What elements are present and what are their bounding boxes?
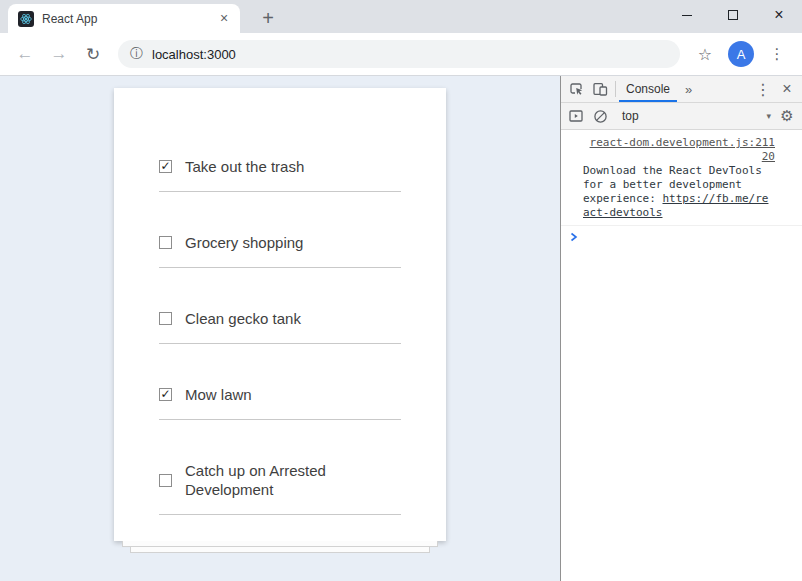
todo-item: Take out the trash bbox=[159, 116, 401, 192]
todo-label: Clean gecko tank bbox=[185, 309, 301, 328]
devtools-panel: Console » ⋮ × top ▾ bbox=[560, 76, 802, 581]
minimize-icon bbox=[682, 15, 692, 16]
react-favicon-icon bbox=[18, 11, 34, 27]
todo-item: Mow lawn bbox=[159, 344, 401, 420]
todo-checkbox[interactable] bbox=[159, 312, 172, 325]
console-message-text: Download the React DevTools for a better… bbox=[583, 164, 775, 220]
todo-label: Catch up on Arrested Development bbox=[185, 461, 401, 499]
close-window-button[interactable]: × bbox=[756, 0, 802, 30]
console-message: react-dom.development.js:211 20 Download… bbox=[561, 130, 802, 226]
address-bar[interactable]: ⓘ localhost:3000 bbox=[118, 40, 680, 68]
console-source-link[interactable]: react-dom.development.js:211 20 bbox=[583, 136, 775, 164]
prompt-chevron-icon bbox=[570, 232, 578, 242]
titlebar: React App × + × bbox=[0, 0, 802, 33]
browser-tab[interactable]: React App × bbox=[8, 4, 240, 33]
console-prompt[interactable] bbox=[561, 226, 802, 242]
console-sidebar-icon[interactable] bbox=[564, 103, 588, 129]
todo-label: Mow lawn bbox=[185, 385, 252, 404]
url-text: localhost:3000 bbox=[152, 47, 236, 62]
window-controls: × bbox=[664, 0, 802, 30]
new-tab-button[interactable]: + bbox=[254, 4, 282, 32]
page-info-icon[interactable]: ⓘ bbox=[130, 45, 143, 63]
close-icon: × bbox=[774, 7, 783, 23]
todo-checkbox[interactable] bbox=[159, 388, 172, 401]
todo-checkbox[interactable] bbox=[159, 474, 172, 487]
page-content: Take out the trash Grocery shopping Clea… bbox=[0, 76, 560, 581]
todo-item: Catch up on Arrested Development bbox=[159, 420, 401, 515]
tab-title: React App bbox=[42, 12, 208, 26]
bookmark-star-icon[interactable]: ☆ bbox=[691, 40, 719, 68]
toolbar-separator bbox=[615, 81, 616, 97]
forward-button[interactable]: → bbox=[45, 40, 73, 68]
tab-console[interactable]: Console bbox=[619, 76, 677, 102]
todo-card: Take out the trash Grocery shopping Clea… bbox=[114, 88, 446, 541]
execution-context-selector[interactable]: top ▾ bbox=[622, 109, 771, 123]
profile-avatar[interactable]: A bbox=[728, 41, 754, 67]
main-area: Take out the trash Grocery shopping Clea… bbox=[0, 76, 802, 581]
console-toolbar: top ▾ ⚙ bbox=[561, 103, 802, 130]
browser-menu-icon[interactable]: ⋮ bbox=[763, 40, 791, 68]
todo-checkbox[interactable] bbox=[159, 236, 172, 249]
minimize-button[interactable] bbox=[664, 0, 710, 30]
todo-item: Clean gecko tank bbox=[159, 268, 401, 344]
todo-label: Take out the trash bbox=[185, 157, 304, 176]
maximize-button[interactable] bbox=[710, 0, 756, 30]
reload-button[interactable]: ↻ bbox=[79, 40, 107, 68]
context-label: top bbox=[622, 109, 639, 123]
more-tabs-icon[interactable]: » bbox=[677, 82, 700, 97]
clear-console-icon[interactable] bbox=[588, 103, 612, 129]
devtools-menu-icon[interactable]: ⋮ bbox=[751, 76, 775, 102]
inspect-element-icon[interactable] bbox=[564, 76, 588, 102]
todo-item: Grocery shopping bbox=[159, 192, 401, 268]
maximize-icon bbox=[728, 10, 738, 20]
chevron-down-icon: ▾ bbox=[766, 111, 771, 121]
browser-toolbar: ← → ↻ ⓘ localhost:3000 ☆ A ⋮ bbox=[0, 33, 802, 76]
console-messages: react-dom.development.js:211 20 Download… bbox=[561, 130, 802, 581]
tab-close-icon[interactable]: × bbox=[216, 11, 232, 27]
source-link-line: react-dom.development.js:211 bbox=[583, 136, 775, 150]
console-settings-gear-icon[interactable]: ⚙ bbox=[775, 103, 799, 129]
back-button[interactable]: ← bbox=[11, 40, 39, 68]
device-toolbar-icon[interactable] bbox=[588, 76, 612, 102]
todo-checkbox[interactable] bbox=[159, 160, 172, 173]
paper-stack-layer bbox=[130, 547, 430, 553]
devtools-close-icon[interactable]: × bbox=[775, 76, 799, 102]
source-link-line: 20 bbox=[583, 150, 775, 164]
todo-label: Grocery shopping bbox=[185, 233, 303, 252]
devtools-tabbar: Console » ⋮ × bbox=[561, 76, 802, 103]
